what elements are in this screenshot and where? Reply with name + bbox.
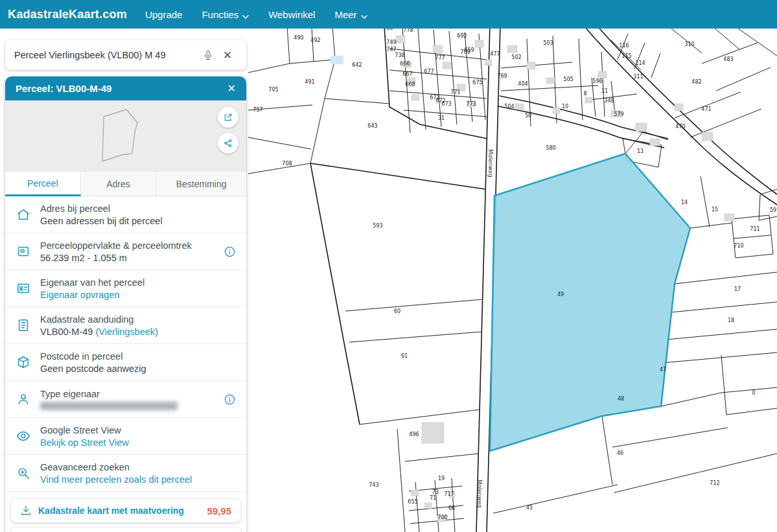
parcel-label: 579 [614,111,623,117]
search-bar: ✕ [5,40,246,70]
download-icon [20,505,32,516]
panel-tabs: Perceel Adres Bestemming [5,172,246,196]
home-icon [16,207,31,222]
list-item-cadastral-id: Kadastrale aanduiding VLB00-M-49 (Vierli… [5,307,246,344]
parcel-label: 48 [618,396,624,402]
list-item-owner: Eigenaar van het perceel Eigenaar opvrag… [5,270,246,307]
parcel-label: 116 [619,43,629,49]
panel-header: Perceel: VLB00-M-49 ✕ [5,76,246,100]
owner-card-icon [16,281,31,295]
item-title: Adres bij perceel [40,203,236,214]
cadastral-id-icon [16,318,31,332]
list-item-area: Perceeloppervlakte & perceelomtrek 56.23… [5,233,246,270]
parcel-label: 668 [405,82,415,87]
parcel-label: 504 [504,104,514,110]
person-icon [16,392,31,406]
tab-perceel[interactable]: Perceel [5,172,81,196]
parcel-label: 66 [448,505,455,511]
parcel-label: 18 [728,318,734,323]
streetview-link[interactable]: Bekijk op Street View [40,437,236,448]
parcel-label: 50 [525,113,531,119]
parcel-label: 708 [282,161,292,167]
parcel-label: 482 [691,79,701,85]
item-title: Geavanceerd zoeken [40,462,236,472]
parcel-label: 769 [497,73,507,79]
parcel-label: 673 [441,101,451,107]
clear-search-icon[interactable]: ✕ [218,45,237,65]
tab-bestemming[interactable]: Bestemming [156,172,246,196]
parcel-label: 0 [752,390,755,396]
package-icon [16,355,31,369]
parcel-label: 655 [408,499,417,505]
logo[interactable]: KadastraleKaart.com [8,8,127,21]
product-price: 59,95 [207,505,231,516]
parcel-label: 471 [701,106,711,112]
parcel-label: 10 [562,104,568,110]
area-icon [16,244,31,259]
parcel-label: 502 [511,54,521,60]
municipality-link[interactable]: (Vierlingsbeek) [95,327,157,337]
parcel-label: 677 [424,69,434,75]
chevron-down-icon [361,10,367,21]
parcel-label: 15 [712,207,718,213]
parcel-label: 492 [310,38,320,43]
advanced-search-icon [16,466,31,480]
share-icon[interactable] [218,133,238,154]
preview-actions [218,107,238,154]
parcel-label: 711 [750,226,760,232]
info-icon[interactable] [224,246,236,258]
parcel-label: 771 [450,89,460,95]
parcel-label: 743 [369,482,378,488]
info-icon[interactable] [224,393,236,406]
item-value: Geen adressen bij dit perceel [40,216,236,226]
panel-title: Perceel: VLB00-M-49 [16,83,111,94]
nav-webwinkel[interactable]: Webwinkel [268,8,315,21]
panel-close-icon[interactable]: ✕ [227,82,236,95]
eye-icon [16,429,31,443]
parcel-details-list: Adres bij perceel Geen adressen bij dit … [5,196,246,492]
highlighted-parcel[interactable] [490,154,690,451]
item-value: Geen postcode aanwezig [40,364,236,374]
item-title: Postcode in perceel [40,351,236,362]
parcel-label: 705 [268,87,278,93]
list-item-owner-type: Type eigenaar [5,381,246,418]
advanced-search-link[interactable]: Vind meer percelen zoals dit perceel [40,474,236,485]
nav-upgrade[interactable]: Upgrade [145,8,183,21]
parcel-label: 310 [684,41,694,47]
owner-request-link[interactable]: Eigenaar opvragen [40,290,236,300]
search-input[interactable] [14,50,198,60]
nav-meer[interactable]: Meer [334,8,367,21]
road-label: Molenweg [476,480,483,507]
parcel-label: 749 [386,40,396,45]
parcel-label: 11 [601,88,608,94]
cadastral-map[interactable]: 4904927054917577086426435936061496743197… [248,0,777,532]
parcel-label: 60 [394,308,400,314]
parcel-preview [5,100,246,172]
parcel-label: 710 [734,243,743,249]
product-kadastrale-kaart-maatvoering[interactable]: Kadastrale kaart met maatvoering 59,95 [10,498,241,523]
parcel-label: 46 [617,450,623,456]
blurred-owner-type-value [40,402,178,410]
parcel-label: 8 [583,91,586,97]
parcel-panel: Perceel: VLB00-M-49 ✕ Perceel Adres Best… [5,76,246,532]
list-item-streetview: Google Street View Bekijk op Street View [5,418,246,455]
parcel-label: 773 [466,101,476,107]
parcel-label: 31 [438,115,445,121]
item-title: Perceeloppervlakte & perceelomtrek [40,240,218,251]
parcel-label: 643 [367,123,377,129]
item-value: 56.239 m2 - 1.055 m [40,253,218,263]
nav-functies[interactable]: Functies [202,8,249,21]
open-external-icon[interactable] [218,107,238,128]
tab-adres[interactable]: Adres [81,172,157,196]
item-value: VLB00-M-49 (Vierlingsbeek) [40,327,236,337]
product-label: Kadastrale kaart met maatvoering [38,505,207,516]
parcel-label: 659 [464,47,474,53]
product-kadastrale-kaart-pakket[interactable]: Kadastrale kaart pakket 28,95 [10,527,241,532]
parcel-label: 738 [395,52,404,58]
parcel-label: 311 [633,74,643,80]
microphone-icon[interactable] [198,45,218,65]
parcel-label: 667 [402,71,412,77]
parcel-label: 496 [409,432,419,437]
parcel-outline [5,100,246,172]
parcel-label: 59 [770,207,776,213]
